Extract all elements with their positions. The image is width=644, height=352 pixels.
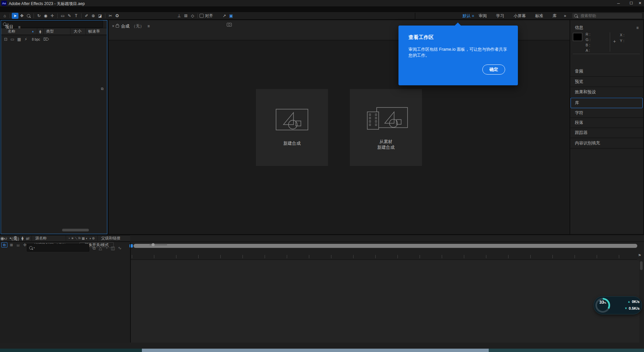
sidebar-item-audio[interactable]: 音频 (570, 66, 643, 77)
popup-arrow (455, 23, 461, 26)
project-item-list[interactable] (1, 85, 107, 225)
sidebar-item-label: 效果和预设 (575, 89, 596, 95)
axis-world-icon[interactable]: ⊞ (182, 13, 189, 19)
info-panel-menu-icon[interactable]: ≡ (636, 26, 639, 30)
selection-tool-icon[interactable]: ➤ (12, 13, 18, 19)
rotate-tool-icon[interactable]: ↻ (36, 13, 42, 19)
track-area[interactable] (131, 260, 639, 343)
tab-close-icon[interactable]: × (3, 236, 6, 241)
snapshot-camera-icon[interactable] (227, 23, 232, 27)
type-tool-icon[interactable]: T (73, 13, 79, 19)
info-panel-title: 信息 (575, 25, 583, 31)
info-a-label: A : (586, 48, 590, 52)
project-horizontal-scrollbar[interactable] (62, 229, 89, 231)
adjustment-layer-switch-icon[interactable]: ◑ (89, 237, 91, 240)
upload-arrow-icon: ▲ (628, 300, 631, 303)
lock-icon[interactable] (14, 237, 17, 240)
zoom-slider-thumb[interactable] (152, 243, 155, 246)
pen-tool-icon[interactable]: ✎ (66, 13, 73, 19)
roto-brush-tool-icon[interactable]: ✂ (107, 13, 114, 19)
frame-blend-switch-icon[interactable]: ▦ (82, 237, 85, 240)
toggle-in-out-pane-icon[interactable]: ⚍ (15, 243, 21, 247)
parent-link-column[interactable]: 父级和链接 (101, 236, 120, 241)
home-icon[interactable]: ⌂ (1, 13, 8, 19)
motion-blur-switch-icon[interactable]: ◐ (86, 237, 88, 240)
workspace-tab-learn[interactable]: 学习 (491, 13, 509, 19)
new-composition-card[interactable]: 新建合成 (256, 89, 328, 166)
collapse-switch-icon[interactable]: ☀ (71, 237, 74, 240)
time-navigator-bar[interactable] (133, 244, 637, 248)
share-screen-icon[interactable]: ↗ (221, 13, 228, 19)
timeline-zoom-slider[interactable] (150, 245, 167, 245)
draft-3d-icon[interactable]: △ (99, 246, 102, 250)
quality-switch-icon[interactable]: ⟍ (75, 237, 77, 240)
workspace-tab-standard[interactable]: 标准 (530, 13, 548, 19)
brush-tool-icon[interactable]: ✐ (83, 13, 90, 19)
eraser-tool-icon[interactable]: ◪ (97, 13, 103, 19)
project-panel-menu-icon[interactable]: ≡ (18, 25, 20, 30)
time-ruler[interactable] (131, 252, 637, 260)
fx-switch-icon[interactable]: fx (78, 237, 81, 240)
info-panel-header: 信息 ≡ (575, 25, 639, 31)
tab-close-icon[interactable]: × (112, 24, 114, 29)
help-search-box[interactable] (572, 13, 642, 18)
region-of-interest-icon[interactable]: ▣ (228, 13, 234, 19)
workspace-tab-default[interactable]: 默认 (458, 13, 472, 19)
unified-camera-tool-icon[interactable]: ◉ (42, 13, 49, 19)
rectangle-tool-icon[interactable]: ▭ (59, 13, 66, 19)
popup-title: 查看工作区 (409, 34, 434, 41)
workspace-overflow-chevron[interactable]: » (561, 13, 569, 18)
sidebar-item-label: 字符 (575, 110, 583, 116)
toggle-transfer-controls-icon[interactable]: ⊞ (9, 243, 14, 247)
snap-checkbox[interactable] (200, 14, 204, 18)
upload-speed-row: ▲ 0K/s (613, 300, 640, 304)
timeline-vertical-scrollbar[interactable] (640, 261, 643, 270)
close-button[interactable]: ✕ (636, 0, 644, 6)
toggle-switches-pane-icon[interactable]: ⧉ (1, 242, 7, 248)
clone-stamp-tool-icon[interactable]: ⊕ (90, 13, 97, 19)
hand-tool-icon[interactable]: ✥ (18, 13, 25, 19)
timeline-search-box[interactable]: ▾ (27, 244, 89, 252)
magnifier-icon (27, 14, 30, 17)
workspace-tab-small-screen[interactable]: 小屏幕 (509, 13, 530, 19)
composition-tab-label[interactable]: 合成 (121, 24, 129, 29)
transfer-progress-widget[interactable]: 33 % ▲ 0K/s ▼ 0.5K/s (594, 296, 642, 314)
help-search-input[interactable] (580, 13, 635, 18)
layer-list-area[interactable] (0, 260, 130, 343)
sidebar-item-paragraph[interactable]: 段落 (570, 118, 643, 128)
source-name-column[interactable]: 源名称 (35, 236, 47, 241)
puppet-pin-tool-icon[interactable]: ✪ (114, 13, 120, 19)
popup-ok-button[interactable]: 确定 (482, 64, 505, 75)
sidebar-item-preview[interactable]: 预览 (570, 77, 643, 87)
sidebar-item-content-aware-fill[interactable]: 内容识别填充 (570, 138, 643, 148)
bottom-strip-scroll-thumb[interactable] (142, 349, 489, 352)
axis-and-snap-group: ⊥ ⊞ ◇ 对齐 ↗ ▣ (176, 12, 234, 19)
comp-marker-bin-icon[interactable]: ⚑ (638, 254, 641, 257)
composition-panel-menu-icon[interactable]: ≡ (148, 24, 150, 29)
sidebar-item-character[interactable]: 字符 (570, 108, 643, 118)
pan-behind-tool-icon[interactable]: ✛ (49, 13, 56, 19)
new-composition-from-footage-card[interactable]: 从素材 新建合成 (350, 89, 422, 166)
three-d-switch-icon[interactable]: ⊛ (92, 237, 95, 240)
workspace-tab-review[interactable]: 审阅 (474, 13, 491, 19)
graph-editor-icon[interactable]: ∿ (118, 246, 121, 250)
zoom-tool-icon[interactable] (25, 13, 32, 19)
timeline-panel-menu-icon[interactable]: ≡ (26, 236, 28, 241)
sidebar-item-tracker[interactable]: 跟踪器 (570, 128, 643, 138)
crosshair-icon: + (613, 39, 616, 44)
frame-blend-icon[interactable]: ◫ (111, 246, 115, 250)
search-icon (3, 23, 6, 26)
ae-app-icon: Ae (1, 1, 7, 6)
axis-local-icon[interactable]: ⊥ (176, 13, 182, 19)
workspace-tab-libraries[interactable]: 库 (548, 13, 561, 19)
timeline-toolbar-icons: ⧉ △ ◔ ◫ ∿ (93, 245, 121, 251)
shy-layers-icon[interactable]: ◔ (105, 246, 108, 250)
axis-view-icon[interactable]: ◇ (189, 13, 196, 19)
lock-icon[interactable] (116, 25, 119, 28)
sidebar-item-label: 内容识别填充 (575, 140, 600, 146)
shy-switch-icon[interactable]: ◔ (68, 237, 70, 240)
minimize-button[interactable]: ─ (612, 0, 625, 6)
sidebar-item-effects-presets[interactable]: 效果和预设 (570, 87, 643, 98)
tool-bar: ⌂ ➤ ✥ ↻ ◉ ✛ ▭ ✎ T ✐ ⊕ ◪ ✂ ✪ ⊥ ⊞ ◇ (0, 12, 644, 19)
comp-mini-flowchart-icon[interactable]: ⧉ (93, 246, 96, 250)
